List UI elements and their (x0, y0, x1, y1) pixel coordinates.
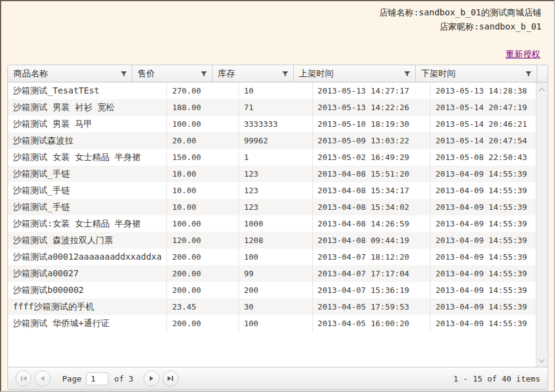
cell-delisted-time: 2013-05-14 20:47:54 (430, 132, 548, 149)
cell-stock: 1208 (238, 232, 312, 249)
cell-delisted-time: 2013-04-09 14:55:39 (430, 232, 548, 249)
scroll-up-icon[interactable] (539, 88, 545, 94)
cell-delisted-time: 2013-04-09 14:55:39 (430, 249, 548, 265)
cell-delisted-time: 2013-04-09 14:55:39 (430, 315, 548, 332)
table-row[interactable]: 沙箱测试a00012aaaaaaaddxxaddxa 200.00 100 20… (8, 249, 548, 265)
cell-delisted-time: 2013-04-09 14:55:39 (430, 265, 548, 282)
cell-stock: 123 (238, 166, 312, 182)
cell-product-name: 沙箱测试 男装 马甲 (8, 116, 167, 132)
table-row[interactable]: 沙箱测试 森波拉双人门票 120.00 1208 2013-04-08 09:4… (8, 232, 548, 249)
cell-stock: 99962 (238, 132, 312, 149)
last-page-button[interactable] (163, 370, 179, 386)
table-row[interactable]: 沙箱测试_TesatTEst 270.00 10 2013-05-13 14:2… (8, 82, 548, 99)
cell-stock: 1000 (238, 215, 312, 232)
cell-price: 120.00 (167, 232, 238, 249)
cell-price: 100.00 (167, 215, 238, 232)
cell-delisted-time: 2013-05-14 20:46:21 (430, 116, 548, 132)
cell-price: 100.00 (167, 116, 238, 132)
cell-listed-time: 2013-05-13 14:27:17 (312, 82, 430, 99)
cell-product-name: 沙箱测试_TesatTEst (8, 82, 167, 99)
cell-listed-time: 2013-04-08 09:44:19 (312, 232, 430, 249)
column-header-price[interactable]: 售价 (132, 65, 212, 82)
cell-product-name: 沙箱测试_手链 (8, 182, 167, 199)
column-header-stock[interactable]: 库存 (212, 65, 293, 82)
pager: Page of 3 1 - 15 of 40 items (8, 367, 548, 390)
shop-info: 店铺名称:sandbox_b_01的测试商城店铺 店家昵称:sandbox_b_… (379, 6, 541, 34)
cell-delisted-time: 2013-05-14 20:47:19 (430, 99, 548, 116)
next-page-button[interactable] (144, 370, 160, 386)
products-grid: 商品名称 售价 库存 (7, 65, 548, 390)
table-row[interactable]: 沙箱测试森波拉 20.00 99962 2013-05-09 13:03:22 … (8, 132, 548, 149)
table-row[interactable]: 沙箱测试 女装 女士精品 半身裙 150.00 1 2013-05-02 16:… (8, 149, 548, 166)
column-header-delisted-time[interactable]: 下架时间 (415, 65, 537, 82)
table-body: 沙箱测试_TesatTEst 270.00 10 2013-05-13 14:2… (8, 82, 548, 332)
next-page-icon (150, 376, 153, 381)
first-page-button[interactable] (15, 370, 31, 386)
filter-icon[interactable] (119, 69, 129, 79)
table-row[interactable]: ffff沙箱测试的手机 23.45 30 2013-04-05 17:59:53… (8, 298, 548, 315)
page-background: 店铺名称:sandbox_b_01的测试商城店铺 店家昵称:sandbox_b_… (0, 0, 555, 392)
cell-product-name: 沙箱测试:女装 女士精品 半身裙 (8, 215, 167, 232)
cell-stock: 71 (238, 99, 312, 116)
cell-listed-time: 2013-04-05 17:59:53 (312, 298, 430, 315)
cell-price: 10.00 (167, 182, 238, 199)
column-header-product-name[interactable]: 商品名称 (8, 65, 132, 82)
cell-listed-time: 2013-04-08 14:26:59 (312, 215, 430, 232)
filter-icon[interactable] (524, 69, 533, 79)
cell-product-name: ffff沙箱测试的手机 (8, 298, 167, 315)
cell-stock: 200 (238, 282, 312, 298)
column-header-listed-time[interactable]: 上架时间 (293, 65, 415, 82)
last-page-icon (168, 376, 173, 381)
cell-price: 150.00 (167, 149, 238, 166)
table-row[interactable]: 沙箱测试_手链 10.00 123 2013-04-08 15:34:17 20… (8, 182, 548, 199)
cell-delisted-time: 2013-04-09 14:55:39 (430, 282, 548, 298)
table-row[interactable]: 沙箱测试 男装 衬衫 宽松 188.00 71 2013-05-13 14:22… (8, 99, 548, 116)
cell-price: 23.45 (167, 298, 238, 315)
cell-stock: 99 (238, 265, 312, 282)
cell-product-name: 沙箱测试 森波拉双人门票 (8, 232, 167, 249)
cell-price: 200.00 (167, 249, 238, 265)
filter-icon[interactable] (280, 69, 290, 79)
cell-delisted-time: 2013-05-08 22:50:43 (430, 149, 548, 166)
prev-page-icon (41, 376, 44, 381)
cell-listed-time: 2013-05-13 14:22:26 (312, 99, 430, 116)
column-label: 售价 (138, 68, 155, 79)
cell-price: 200.00 (167, 282, 238, 298)
scrollbar-header-spacer (537, 65, 548, 82)
cell-product-name: 沙箱测试 男装 衬衫 宽松 (8, 99, 167, 116)
scroll-down-icon[interactable] (539, 357, 545, 363)
table-row[interactable]: 沙箱测试b000002 200.00 200 2013-04-07 15:36:… (8, 282, 548, 298)
table-row[interactable]: 沙箱测试a00027 200.00 99 2013-04-07 17:17:04… (8, 265, 548, 282)
items-count-label: 1 - 15 of 40 items (453, 374, 540, 383)
cell-price: 10.00 (167, 199, 238, 215)
cell-stock: 123 (238, 199, 312, 215)
table-row[interactable]: 沙箱测试_手链 10.00 123 2013-04-08 15:51:20 20… (8, 166, 548, 182)
column-label: 下架时间 (421, 68, 456, 79)
cell-delisted-time: 2013-04-09 14:55:39 (430, 215, 548, 232)
cell-listed-time: 2013-05-02 16:49:29 (312, 149, 430, 166)
page-label: Page (62, 374, 81, 383)
vertical-scrollbar[interactable] (536, 82, 548, 368)
cell-product-name: 沙箱测试森波拉 (8, 132, 167, 149)
cell-product-name: 沙箱测试 女装 女士精品 半身裙 (8, 149, 167, 166)
cell-stock: 123 (238, 182, 312, 199)
table-row[interactable]: 沙箱测试 男装 马甲 100.00 3333333 2013-05-10 18:… (8, 116, 548, 132)
cell-listed-time: 2013-05-09 13:03:22 (312, 132, 430, 149)
cell-delisted-time: 2013-04-09 14:55:39 (430, 298, 548, 315)
table-row[interactable]: 沙箱测试:女装 女士精品 半身裙 100.00 1000 2013-04-08 … (8, 215, 548, 232)
cell-stock: 100 (238, 249, 312, 265)
cell-product-name: 沙箱测试_手链 (8, 199, 167, 215)
filter-icon[interactable] (402, 69, 412, 79)
cell-product-name: 沙箱测试a00012aaaaaaaddxxaddxa (8, 249, 167, 265)
filter-icon[interactable] (199, 69, 209, 79)
table-row[interactable]: 沙箱测试_手链 10.00 123 2013-04-08 15:34:02 20… (8, 199, 548, 215)
table-row[interactable]: 沙箱测试 华侨城+通行证 200.00 100 2013-04-05 16:00… (8, 315, 548, 332)
cell-listed-time: 2013-04-07 17:17:04 (312, 265, 430, 282)
reauthorize-link[interactable]: 重新授权 (506, 49, 540, 60)
cell-stock: 30 (238, 298, 312, 315)
column-label: 上架时间 (299, 68, 334, 79)
cell-delisted-time: 2013-04-09 14:55:39 (430, 166, 548, 182)
cell-product-name: 沙箱测试 华侨城+通行证 (8, 315, 167, 332)
prev-page-button[interactable] (34, 370, 51, 386)
page-number-input[interactable] (86, 372, 108, 385)
